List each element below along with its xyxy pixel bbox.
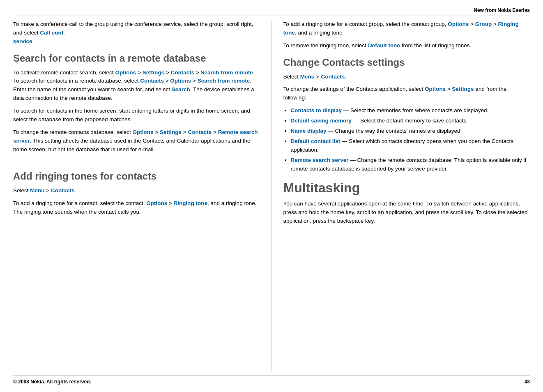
footer-page-number: 43 [525, 379, 530, 385]
section2-para1: To add a ringing tone for a contact, sel… [13, 199, 260, 217]
bullet-item: Name display — Change the way the contac… [291, 127, 530, 136]
bullet-item: Contacts to display — Select the memorie… [291, 106, 530, 115]
menu-link-2[interactable]: Menu [300, 74, 315, 80]
section3-para1: To change the settings of the Contacts a… [283, 85, 530, 102]
settings-link-2[interactable]: Settings [160, 129, 182, 135]
options-link-3[interactable]: Options [132, 129, 153, 135]
contacts-link-3[interactable]: Contacts [188, 129, 212, 135]
contacts-link-4[interactable]: Contacts [51, 187, 75, 194]
bullet-item: Remote search server — Change the remote… [291, 156, 530, 173]
default-tone-link[interactable]: Default tone [368, 42, 400, 48]
section3-bullet-list: Contacts to display — Select the memorie… [291, 106, 530, 173]
search-from-remote-link-1[interactable]: Search from remote [201, 69, 253, 76]
bullet-link-0[interactable]: Contacts to display [291, 107, 342, 113]
bullet-link-2[interactable]: Name display [291, 128, 327, 134]
section2-title: Add ringing tones for contacts [13, 171, 260, 182]
intro-para: To make a conference call to the group u… [13, 20, 260, 46]
section1-para2: To search for contacts in the home scree… [13, 107, 260, 124]
search-link[interactable]: Search [172, 86, 190, 92]
bullet-link-3[interactable]: Default contact list [291, 138, 341, 144]
footer: © 2008 Nokia. All rights reserved. 43 [13, 375, 530, 385]
bullet-link-4[interactable]: Remote search server [291, 157, 349, 163]
page: New from Nokia Eseries To make a confere… [0, 0, 543, 392]
options-link-4[interactable]: Options [146, 200, 167, 206]
settings-link-3[interactable]: Settings [452, 86, 474, 92]
section4-title: Multitasking [283, 180, 530, 196]
header-title: New from Nokia Eseries [474, 7, 530, 13]
section1-para3: To change the remote contacts database, … [13, 128, 260, 154]
spacer1 [13, 158, 260, 164]
bullet-link-1[interactable]: Default saving memory [291, 118, 352, 124]
columns: To make a conference call to the group u… [13, 20, 530, 371]
menu-link-1[interactable]: Menu [30, 187, 44, 194]
contacts-link-2[interactable]: Contacts [140, 78, 164, 84]
section3-select: Select Menu > Contacts. [283, 73, 530, 81]
bullet-item: Default contact list — Select which cont… [291, 137, 530, 154]
section1-para1: To activate remote contact search, selec… [13, 69, 260, 103]
right-intro-para: To add a ringing tone for a contact grou… [283, 20, 530, 37]
options-link-1[interactable]: Options [115, 69, 136, 76]
ringing-tone-link-1[interactable]: Ringing tone [174, 200, 207, 206]
options-link-2[interactable]: Options [170, 78, 191, 84]
bullet-item: Default saving memory — Select the defau… [291, 117, 530, 125]
section3-title: Change Contacts settings [283, 57, 530, 69]
settings-link-1[interactable]: Settings [143, 69, 164, 76]
options-link-6[interactable]: Options [425, 86, 446, 92]
col-left: To make a conference call to the group u… [13, 20, 272, 371]
section2-select: Select Menu > Contacts. [13, 187, 260, 195]
contacts-link-1[interactable]: Contacts [170, 69, 194, 76]
search-from-remote-link-2[interactable]: Search from remote [198, 78, 250, 84]
section1-title: Search for contacts in a remote database [13, 53, 260, 65]
contacts-link-5[interactable]: Contacts [321, 74, 345, 80]
group-link[interactable]: Group [475, 21, 492, 27]
right-para2: To remove the ringing tone, select Defau… [283, 42, 530, 50]
header-bar: New from Nokia Eseries [13, 7, 530, 16]
footer-copyright: © 2008 Nokia. All rights reserved. [13, 379, 91, 385]
options-link-5[interactable]: Options [448, 21, 469, 27]
col-right: To add a ringing tone for a contact grou… [272, 20, 530, 371]
section4-para: You can have several applications open a… [283, 200, 530, 226]
